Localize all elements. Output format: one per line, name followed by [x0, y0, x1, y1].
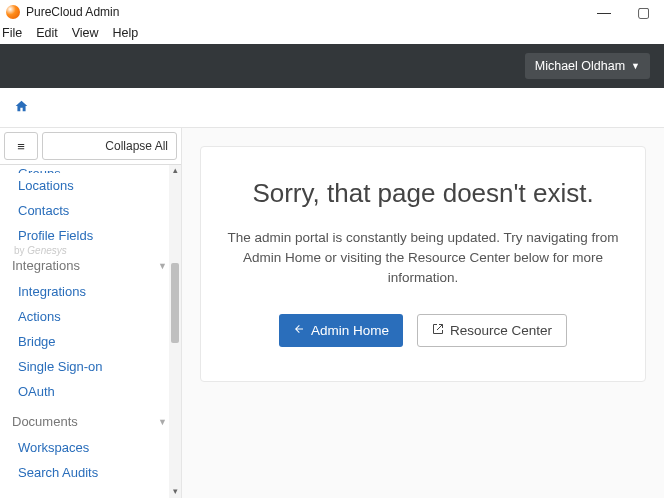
window-controls: — ▢ — [597, 5, 658, 19]
sidebar-section-documents[interactable]: Documents ▼ — [12, 404, 175, 435]
sidebar-item-profile-fields[interactable]: Profile Fields — [18, 223, 175, 248]
main-split: ≡ Collapse All Groups Locations Contacts… — [0, 128, 664, 498]
sidebar-toolbar: ≡ Collapse All — [0, 128, 181, 165]
scroll-down-icon[interactable]: ▾ — [169, 486, 181, 498]
sidebar-item-workspaces[interactable]: Workspaces — [18, 435, 175, 460]
sidebar-item-oauth[interactable]: OAuth — [18, 379, 175, 404]
resource-center-button[interactable]: Resource Center — [417, 314, 567, 347]
sidebar-toggle-button[interactable]: ≡ — [4, 132, 38, 160]
sidebar-item-bridge[interactable]: Bridge — [18, 329, 175, 354]
content-area: Sorry, that page doesn't exist. The admi… — [182, 128, 664, 498]
error-body: The admin portal is constantly being upd… — [227, 228, 619, 289]
chevron-down-icon: ▼ — [158, 261, 167, 271]
sidebar-item-actions[interactable]: Actions — [18, 304, 175, 329]
sidebar-item-locations[interactable]: Locations — [18, 173, 175, 198]
scroll-up-icon[interactable]: ▴ — [169, 165, 181, 177]
collapse-all-button[interactable]: Collapse All — [42, 132, 177, 160]
scroll-thumb[interactable] — [171, 263, 179, 343]
maximize-button[interactable]: ▢ — [637, 5, 650, 19]
sidebar-section-integrations[interactable]: Integrations ▼ — [12, 248, 175, 279]
external-link-icon — [432, 323, 444, 338]
sidebar-scrollbar[interactable]: ▴ ▾ — [169, 165, 181, 498]
admin-home-button[interactable]: Admin Home — [279, 314, 403, 347]
error-title: Sorry, that page doesn't exist. — [227, 177, 619, 210]
error-actions: Admin Home Resource Center — [227, 314, 619, 347]
app-header: PURECLOUD by Genesys Michael Oldham ▼ — [0, 44, 664, 88]
sidebar-item-integrations[interactable]: Integrations — [18, 279, 175, 304]
user-menu[interactable]: Michael Oldham ▼ — [525, 53, 650, 79]
minimize-button[interactable]: — — [597, 5, 611, 19]
caret-down-icon: ▼ — [631, 61, 640, 71]
sidebar-item-contacts[interactable]: Contacts — [18, 198, 175, 223]
sidebar-item-groups[interactable]: Groups — [18, 165, 175, 173]
sidebar: ≡ Collapse All Groups Locations Contacts… — [0, 128, 182, 498]
home-icon[interactable] — [14, 99, 29, 116]
sidebar-item-sso[interactable]: Single Sign-on — [18, 354, 175, 379]
sidebar-scroll: Groups Locations Contacts Profile Fields… — [0, 165, 181, 498]
error-card: Sorry, that page doesn't exist. The admi… — [200, 146, 646, 382]
arrow-left-icon — [293, 323, 305, 338]
sidebar-item-search-audits[interactable]: Search Audits — [18, 460, 175, 485]
user-name: Michael Oldham — [535, 59, 625, 73]
chevron-down-icon: ▼ — [158, 417, 167, 427]
